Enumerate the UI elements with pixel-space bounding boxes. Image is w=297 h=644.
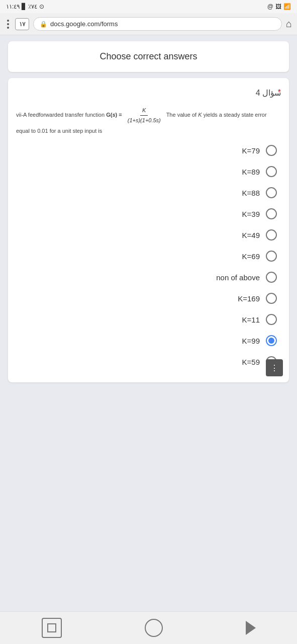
- question-subtext: equal to 0.01 for a unit step input is: [16, 128, 281, 134]
- option-k89-radio[interactable]: [266, 166, 277, 177]
- option-non-of-above-label: non of above: [216, 273, 260, 282]
- browser-bar: ١٧ 🔒 docs.google.com/forms ⌂: [0, 13, 297, 35]
- question-number: سؤال 4: [16, 88, 281, 98]
- battery-icon: ▊: [22, 3, 26, 10]
- menu-dots-icon[interactable]: [5, 18, 11, 31]
- option-k99[interactable]: K=99: [16, 330, 281, 351]
- status-bar: ١١:٤٩ ▊ ٪٧٤ ⊙ @ 🖼 📶: [0, 0, 297, 13]
- fraction: K (1+s)(1+0.5s): [126, 106, 163, 125]
- question-card: سؤال 4 * vii-A feedforwarded transfer fu…: [8, 78, 289, 382]
- triangle-icon: [246, 621, 256, 635]
- option-k89-label: K=89: [242, 168, 260, 176]
- circle-nav-button[interactable]: [145, 619, 163, 637]
- option-k99-radio[interactable]: [266, 335, 277, 346]
- option-k99-label: K=99: [242, 337, 260, 345]
- option-k59[interactable]: K=59: [16, 351, 281, 372]
- option-k169[interactable]: K=169: [16, 288, 281, 309]
- option-k79[interactable]: K=79: [16, 140, 281, 161]
- formula-func: G(s) =: [106, 112, 124, 118]
- option-k39[interactable]: K=39: [16, 203, 281, 224]
- option-k88-label: K=88: [242, 189, 260, 197]
- denominator: (1+s)(1+0.5s): [126, 116, 163, 125]
- numerator: K: [140, 106, 148, 116]
- extra-icon: ⊙: [39, 3, 44, 10]
- option-k39-radio[interactable]: [266, 208, 277, 219]
- square-nav-button[interactable]: [42, 618, 62, 638]
- option-k79-radio[interactable]: [266, 145, 277, 156]
- tab-indicator[interactable]: ١٧: [15, 18, 29, 30]
- option-non-of-above[interactable]: non of above: [16, 267, 281, 288]
- status-right: @ 🖼 📶: [267, 3, 291, 10]
- option-k11-radio[interactable]: [266, 314, 277, 325]
- more-options-button[interactable]: ⋮: [266, 359, 283, 376]
- option-k169-label: K=169: [238, 294, 260, 303]
- page-title: Choose correct answers: [16, 51, 281, 62]
- question-formula-text: vii-A feedforwarded transfer function G(…: [16, 106, 281, 125]
- home-button[interactable]: ⌂: [286, 18, 292, 30]
- triangle-nav-button[interactable]: [246, 621, 256, 635]
- svg-rect-0: [48, 624, 56, 632]
- notification-icon: @: [267, 3, 273, 10]
- options-list: K=79 K=89 K=88 K=39 K=49 K=69: [16, 140, 281, 372]
- option-k49[interactable]: K=49: [16, 224, 281, 246]
- battery-percent: ٪٧٤: [28, 3, 37, 10]
- option-k11-label: K=11: [242, 315, 260, 324]
- time: ١١:٤٩: [6, 3, 20, 10]
- option-non-of-above-radio[interactable]: [266, 272, 277, 283]
- image-icon: 🖼: [275, 3, 281, 10]
- formula-suffix: The value of K yields a steady state err…: [166, 112, 267, 118]
- option-k11[interactable]: K=11: [16, 309, 281, 330]
- nav-bar: [0, 611, 297, 644]
- option-k49-radio[interactable]: [266, 229, 277, 240]
- header-card: Choose correct answers: [8, 41, 289, 72]
- option-k39-label: K=39: [242, 210, 260, 218]
- required-star: *: [278, 88, 281, 97]
- url-text: docs.google.com/forms: [50, 20, 118, 28]
- option-k79-label: K=79: [242, 146, 260, 155]
- page-content: Choose correct answers سؤال 4 * vii-A fe…: [0, 35, 297, 611]
- signal-icon: 📶: [283, 3, 291, 10]
- option-k69[interactable]: K=69: [16, 246, 281, 267]
- option-k89[interactable]: K=89: [16, 161, 281, 182]
- option-k49-label: K=49: [242, 231, 260, 239]
- status-left: ١١:٤٩ ▊ ٪٧٤ ⊙: [6, 3, 44, 10]
- option-k69-radio[interactable]: [266, 251, 277, 262]
- square-icon: [47, 623, 56, 632]
- option-k69-label: K=69: [242, 252, 260, 261]
- option-k59-label: K=59: [242, 358, 260, 366]
- option-k169-radio[interactable]: [266, 293, 277, 304]
- option-k88-radio[interactable]: [266, 187, 277, 198]
- option-k88[interactable]: K=88: [16, 182, 281, 203]
- lock-icon: 🔒: [40, 21, 47, 28]
- address-bar[interactable]: 🔒 docs.google.com/forms: [33, 17, 282, 31]
- formula-label: vii-A feedforwarded transfer function: [16, 112, 106, 118]
